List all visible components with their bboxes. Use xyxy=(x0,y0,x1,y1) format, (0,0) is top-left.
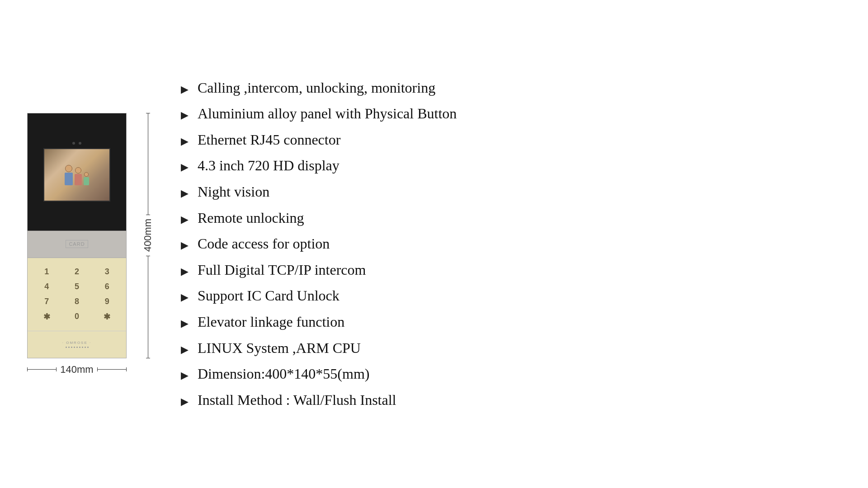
feature-linux: LINUX System ,ARM CPU xyxy=(198,339,361,358)
feature-item-9: ▶Elevator linkage function xyxy=(181,310,841,334)
device-body: CARD 1 2 3 4 5 6 7 8 9 ✱ 0 xyxy=(27,113,127,358)
speaker-dot-5 xyxy=(76,347,78,348)
feature-item-7: ▶Full Digital TCP/IP intercom xyxy=(181,258,841,282)
feature-item-11: ▶Dimension:400*140*55(mm) xyxy=(181,362,841,386)
feature-ethernet: Ethernet RJ45 connector xyxy=(198,131,340,150)
feature-item-2: ▶Ethernet RJ45 connector xyxy=(181,128,841,152)
figure-child xyxy=(84,172,89,185)
body-adult1 xyxy=(65,173,73,185)
feature-dimension: Dimension:400*140*55(mm) xyxy=(198,365,369,384)
figure-adult2 xyxy=(75,167,82,185)
key-3[interactable]: 3 xyxy=(94,267,119,277)
feature-code: Code access for option xyxy=(198,235,330,253)
screen-photo xyxy=(44,149,109,201)
height-line-2 xyxy=(148,256,148,358)
bullet-icon-10: ▶ xyxy=(181,345,189,355)
feature-item-4: ▶Night vision xyxy=(181,180,841,204)
height-label: 400mm xyxy=(142,215,154,255)
body-adult2 xyxy=(75,174,82,185)
feature-item-3: ▶ 4.3 inch 720 HD display xyxy=(181,154,841,178)
bullet-icon-12: ▶ xyxy=(181,397,189,407)
feature-item-12: ▶Install Method : Wall/Flush Install xyxy=(181,388,841,413)
feature-display: 4.3 inch 720 HD display xyxy=(198,156,340,175)
speaker-dot-2 xyxy=(68,347,70,348)
main-container: CARD 1 2 3 4 5 6 7 8 9 ✱ 0 xyxy=(27,76,841,413)
device-top xyxy=(28,113,126,231)
device-section: CARD 1 2 3 4 5 6 7 8 9 ✱ 0 xyxy=(27,113,127,375)
device-with-annotations: CARD 1 2 3 4 5 6 7 8 9 ✱ 0 xyxy=(27,113,127,358)
device-card-reader: CARD xyxy=(28,231,126,258)
head-child xyxy=(84,172,89,177)
camera-dot-right xyxy=(79,142,81,145)
bullet-icon-8: ▶ xyxy=(181,292,189,302)
height-annotation: 400mm xyxy=(142,113,154,358)
speaker-dot-3 xyxy=(71,347,72,348)
width-label: 140mm xyxy=(57,364,97,375)
camera-area xyxy=(72,142,81,145)
speaker-dot-9 xyxy=(87,347,89,348)
feature-iccard: Support IC Card Unlock xyxy=(198,286,340,305)
feature-calling: Calling ,intercom, unlocking, monitoring xyxy=(198,79,435,98)
bullet-icon-2: ▶ xyxy=(181,136,189,146)
feature-remote: Remote unlocking xyxy=(198,209,304,228)
speaker-dot-4 xyxy=(74,347,75,348)
height-line xyxy=(148,113,148,216)
bullet-icon-1: ▶ xyxy=(181,110,189,120)
camera-dot-left xyxy=(72,142,75,145)
feature-nightvision: Night vision xyxy=(198,183,269,202)
bullet-icon-9: ▶ xyxy=(181,319,189,328)
feature-item-6: ▶Code access for option xyxy=(181,232,841,256)
feature-tcp: Full Digital TCP/IP intercom xyxy=(198,261,366,280)
speaker-dot-1 xyxy=(66,347,67,348)
device-screen xyxy=(43,148,110,202)
head-adult1 xyxy=(65,165,72,172)
feature-item-10: ▶LINUX System ,ARM CPU xyxy=(181,336,841,361)
speaker-grille xyxy=(66,347,89,348)
feature-item-0: ▶Calling ,intercom, unlocking, monitorin… xyxy=(181,76,841,100)
head-adult2 xyxy=(75,167,81,174)
bullet-icon-6: ▶ xyxy=(181,240,189,250)
key-1[interactable]: 1 xyxy=(34,267,59,277)
feature-aluminium: Aluminium alloy panel with Physical Butt… xyxy=(198,104,457,123)
brand-label: · OMROSE · xyxy=(62,341,91,345)
bullet-icon-4: ▶ xyxy=(181,188,189,198)
width-annotation: 140mm xyxy=(27,364,127,375)
feature-item-5: ▶Remote unlocking xyxy=(181,206,841,230)
width-line xyxy=(27,369,57,370)
key-4[interactable]: 4 xyxy=(34,282,59,291)
bullet-icon-3: ▶ xyxy=(181,162,189,172)
photo-figures xyxy=(65,165,89,185)
speaker-dot-7 xyxy=(82,347,83,348)
speaker-dot-6 xyxy=(79,347,80,348)
key-6[interactable]: 6 xyxy=(94,282,119,291)
bullet-icon-0: ▶ xyxy=(181,84,189,94)
key-hash[interactable]: ✱ xyxy=(94,312,119,322)
key-2[interactable]: 2 xyxy=(65,267,90,277)
bullet-icon-7: ▶ xyxy=(181,267,189,277)
speaker-dot-8 xyxy=(85,347,86,348)
key-0[interactable]: 0 xyxy=(65,312,90,322)
feature-item-1: ▶Aluminium alloy panel with Physical But… xyxy=(181,102,841,126)
feature-item-8: ▶Support IC Card Unlock xyxy=(181,284,841,308)
key-7[interactable]: 7 xyxy=(34,297,59,306)
key-star[interactable]: ✱ xyxy=(34,312,59,322)
features-section: ▶Calling ,intercom, unlocking, monitorin… xyxy=(163,76,841,413)
bullet-icon-11: ▶ xyxy=(181,371,189,380)
bullet-icon-5: ▶ xyxy=(181,215,189,225)
figure-adult1 xyxy=(65,165,73,185)
width-line-2 xyxy=(97,369,127,370)
key-8[interactable]: 8 xyxy=(65,297,90,306)
device-keypad: 1 2 3 4 5 6 7 8 9 ✱ 0 ✱ xyxy=(28,258,126,331)
keypad-grid: 1 2 3 4 5 6 7 8 9 ✱ 0 ✱ xyxy=(34,267,119,322)
card-label: CARD xyxy=(66,240,88,248)
feature-install: Install Method : Wall/Flush Install xyxy=(198,391,396,410)
key-9[interactable]: 9 xyxy=(94,297,119,306)
feature-elevator: Elevator linkage function xyxy=(198,313,344,332)
device-bottom: · OMROSE · xyxy=(28,331,126,358)
body-child xyxy=(84,177,89,185)
key-5[interactable]: 5 xyxy=(65,282,90,291)
